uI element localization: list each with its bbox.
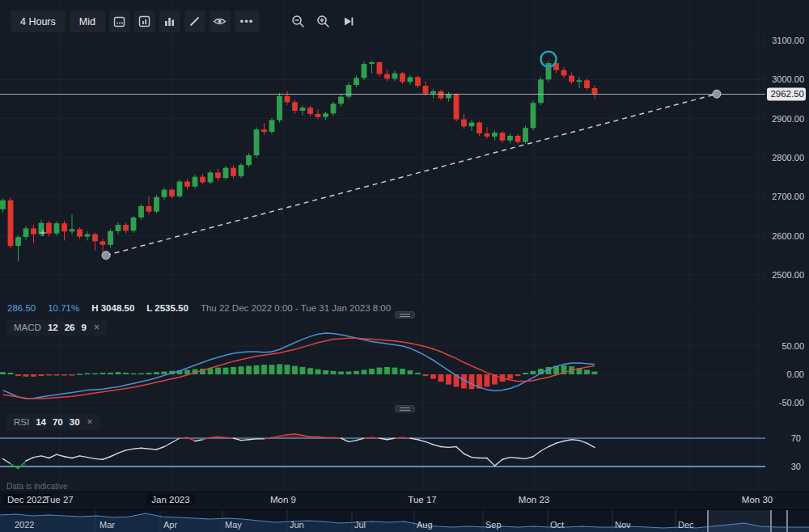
macd-legend[interactable]: MACD 12 26 9 × bbox=[6, 319, 107, 336]
candle[interactable] bbox=[169, 190, 175, 196]
candle[interactable] bbox=[454, 95, 460, 120]
candle[interactable] bbox=[208, 172, 214, 182]
candle[interactable] bbox=[31, 228, 36, 234]
candle[interactable] bbox=[292, 102, 298, 111]
candle[interactable] bbox=[162, 190, 167, 197]
candle[interactable] bbox=[77, 229, 83, 236]
chart-panel-icon[interactable] bbox=[134, 11, 155, 32]
navigator-selection-handle[interactable] bbox=[786, 510, 788, 532]
candle[interactable] bbox=[223, 168, 229, 179]
candle[interactable] bbox=[423, 86, 429, 94]
candle[interactable] bbox=[254, 129, 260, 155]
candle[interactable] bbox=[0, 201, 6, 209]
candle[interactable] bbox=[569, 75, 574, 82]
candle[interactable] bbox=[131, 217, 137, 230]
candle[interactable] bbox=[384, 74, 390, 79]
rsi-legend[interactable]: RSI 14 70 30 × bbox=[6, 414, 100, 430]
candle[interactable] bbox=[54, 223, 60, 234]
rsi-chart[interactable]: 7030 bbox=[0, 409, 809, 492]
candle[interactable] bbox=[415, 77, 421, 86]
candle[interactable] bbox=[438, 91, 444, 99]
candle[interactable] bbox=[307, 108, 313, 114]
candle[interactable] bbox=[430, 91, 436, 94]
candle[interactable] bbox=[239, 165, 244, 176]
candle[interactable] bbox=[8, 201, 14, 247]
candle[interactable] bbox=[485, 133, 490, 137]
candle[interactable] bbox=[369, 62, 375, 64]
candle[interactable] bbox=[577, 80, 582, 82]
panel-resize-handle-macd[interactable] bbox=[395, 311, 415, 319]
candle[interactable] bbox=[331, 103, 337, 113]
candle[interactable] bbox=[507, 136, 513, 141]
candle[interactable] bbox=[177, 181, 183, 196]
draw-pencil-icon[interactable] bbox=[184, 11, 205, 32]
candle[interactable] bbox=[231, 168, 236, 176]
price-mode-button[interactable]: Mid bbox=[70, 11, 105, 32]
skip-to-latest-icon[interactable] bbox=[338, 11, 359, 32]
column-chart-icon[interactable] bbox=[159, 11, 180, 32]
candle[interactable] bbox=[546, 63, 552, 79]
candle[interactable] bbox=[477, 122, 482, 133]
candle[interactable] bbox=[200, 177, 205, 183]
candlestick-series[interactable] bbox=[0, 61, 597, 261]
candle[interactable] bbox=[408, 77, 413, 82]
candle[interactable] bbox=[446, 95, 451, 99]
trendline-end-handle[interactable] bbox=[713, 90, 721, 98]
candle[interactable] bbox=[184, 181, 190, 186]
candle[interactable] bbox=[523, 128, 528, 141]
candle[interactable] bbox=[146, 206, 152, 212]
candle[interactable] bbox=[392, 74, 398, 79]
candle[interactable] bbox=[154, 197, 159, 212]
macd-close-icon[interactable]: × bbox=[94, 322, 100, 333]
candle[interactable] bbox=[116, 225, 121, 231]
candle[interactable] bbox=[61, 223, 67, 231]
candle[interactable] bbox=[338, 97, 344, 104]
navigator-selection-handle[interactable] bbox=[707, 510, 709, 532]
rsi-close-icon[interactable]: × bbox=[87, 416, 93, 428]
candle[interactable] bbox=[492, 133, 498, 137]
trendline-start-handle[interactable] bbox=[102, 251, 110, 260]
candle[interactable] bbox=[592, 88, 598, 94]
trendline[interactable] bbox=[106, 94, 717, 255]
navigator-selection[interactable] bbox=[708, 510, 771, 532]
macd-chart[interactable]: 50.000.00-50.00 bbox=[0, 314, 809, 409]
candle[interactable] bbox=[377, 62, 383, 74]
candle[interactable] bbox=[515, 136, 521, 142]
candle[interactable] bbox=[123, 225, 129, 230]
candle[interactable] bbox=[461, 120, 467, 127]
candle[interactable] bbox=[584, 80, 590, 88]
calendar-icon[interactable] bbox=[109, 11, 130, 32]
candle[interactable] bbox=[362, 64, 367, 78]
candle[interactable] bbox=[100, 241, 106, 244]
more-ellipsis-icon[interactable]: ••• bbox=[235, 11, 259, 32]
candle[interactable] bbox=[531, 103, 536, 128]
interval-button[interactable]: 4 Hours bbox=[11, 11, 66, 32]
candle[interactable] bbox=[400, 74, 405, 82]
candle[interactable] bbox=[108, 231, 113, 245]
panel-resize-handle-rsi[interactable] bbox=[395, 405, 415, 412]
candle[interactable] bbox=[215, 172, 221, 178]
candle[interactable] bbox=[469, 122, 475, 126]
range-navigator[interactable]: 2022MarAprMayJunJulAugSepOctNovDec bbox=[0, 509, 809, 532]
candle[interactable] bbox=[538, 79, 544, 103]
candle[interactable] bbox=[70, 229, 75, 231]
zoom-out-icon[interactable] bbox=[288, 11, 309, 32]
candle[interactable] bbox=[85, 234, 91, 237]
candle[interactable] bbox=[285, 96, 290, 103]
candle[interactable] bbox=[46, 223, 52, 234]
zoom-in-icon[interactable] bbox=[313, 11, 334, 32]
candle[interactable] bbox=[23, 228, 29, 237]
candle[interactable] bbox=[15, 237, 21, 246]
candle[interactable] bbox=[269, 120, 275, 132]
candle[interactable] bbox=[500, 133, 506, 141]
candle[interactable] bbox=[193, 177, 198, 187]
candle[interactable] bbox=[354, 78, 359, 85]
candle[interactable] bbox=[246, 155, 252, 165]
candle[interactable] bbox=[261, 129, 267, 132]
eye-icon[interactable] bbox=[210, 11, 231, 32]
navigator-selection-handle[interactable] bbox=[770, 510, 772, 532]
candle[interactable] bbox=[323, 113, 328, 116]
time-axis[interactable]: Dec 2022Tue 27Jan 2023Mon 9Tue 17Mon 23M… bbox=[0, 492, 809, 510]
candle[interactable] bbox=[561, 70, 567, 76]
candle[interactable] bbox=[277, 96, 282, 120]
